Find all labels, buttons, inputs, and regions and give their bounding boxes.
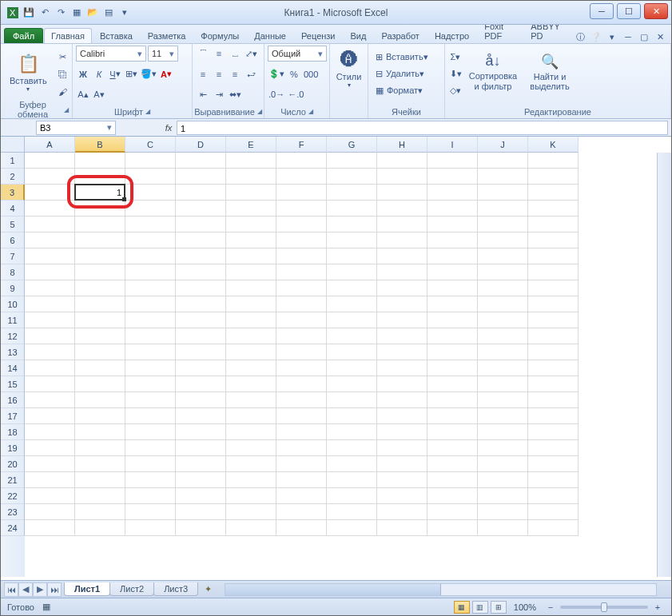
cell[interactable] xyxy=(25,520,75,536)
cell[interactable] xyxy=(176,408,226,424)
cell[interactable] xyxy=(528,520,579,536)
delete-cells-button[interactable]: ⊟ Удалить ▾ xyxy=(372,66,441,81)
cell[interactable] xyxy=(176,424,226,440)
decrease-indent-button[interactable]: ⇤ xyxy=(196,86,210,102)
cell[interactable] xyxy=(125,456,176,472)
cell[interactable] xyxy=(427,232,478,248)
options-icon[interactable]: ▾ xyxy=(606,30,618,43)
cell[interactable] xyxy=(427,185,478,201)
cell[interactable] xyxy=(176,201,226,217)
cell[interactable] xyxy=(478,440,528,456)
cell[interactable] xyxy=(25,296,75,312)
cell[interactable] xyxy=(176,169,226,185)
cell[interactable] xyxy=(226,488,276,504)
col-header-E[interactable]: E xyxy=(226,137,276,153)
maximize-button[interactable]: ☐ xyxy=(617,3,641,19)
clear-button[interactable]: ◇▾ xyxy=(448,82,463,98)
cell[interactable] xyxy=(528,424,579,440)
col-header-D[interactable]: D xyxy=(176,137,226,153)
cell[interactable] xyxy=(427,217,478,232)
cell[interactable] xyxy=(25,392,75,408)
cell[interactable] xyxy=(478,392,528,408)
window-restore-icon[interactable]: ▢ xyxy=(638,30,650,43)
cell[interactable] xyxy=(226,328,276,344)
cell[interactable] xyxy=(25,185,75,201)
cell[interactable] xyxy=(327,328,377,344)
cell[interactable] xyxy=(276,456,327,472)
cell[interactable] xyxy=(528,360,579,376)
cell[interactable] xyxy=(125,472,176,488)
close-button[interactable]: ✕ xyxy=(644,3,668,19)
cell[interactable] xyxy=(327,264,377,280)
cell[interactable] xyxy=(276,376,327,392)
window-minimize-icon[interactable]: ─ xyxy=(622,30,634,43)
cell[interactable] xyxy=(478,488,528,504)
cell[interactable] xyxy=(276,360,327,376)
cell[interactable] xyxy=(377,344,427,360)
cell[interactable] xyxy=(25,488,75,504)
row-header-18[interactable]: 18 xyxy=(1,424,25,440)
cell[interactable] xyxy=(226,264,276,280)
cell[interactable] xyxy=(478,248,528,264)
cell[interactable] xyxy=(478,185,528,201)
redo-icon[interactable]: ↷ xyxy=(54,6,68,20)
cell[interactable] xyxy=(478,472,528,488)
cell[interactable] xyxy=(327,360,377,376)
cell[interactable] xyxy=(528,392,579,408)
cell[interactable] xyxy=(25,344,75,360)
cell[interactable] xyxy=(125,344,176,360)
formula-input[interactable]: 1 xyxy=(177,121,668,135)
decrease-decimal-button[interactable]: ←.0 xyxy=(287,86,304,102)
fx-label[interactable]: fx xyxy=(161,121,177,135)
cell[interactable] xyxy=(377,424,427,440)
row-header-16[interactable]: 16 xyxy=(1,392,25,408)
cell[interactable] xyxy=(226,201,276,217)
cell[interactable] xyxy=(125,488,176,504)
cell[interactable] xyxy=(25,504,75,520)
cell[interactable] xyxy=(226,185,276,201)
row-header-17[interactable]: 17 xyxy=(1,408,25,424)
grow-font-button[interactable]: A▴ xyxy=(76,86,90,102)
row-header-3[interactable]: 3 xyxy=(1,185,25,201)
row-header-15[interactable]: 15 xyxy=(1,376,25,392)
cell[interactable] xyxy=(125,504,176,520)
cell[interactable] xyxy=(276,232,327,248)
cell[interactable] xyxy=(478,153,528,169)
cell[interactable] xyxy=(75,264,125,280)
cell[interactable] xyxy=(226,392,276,408)
paste-button[interactable]: 📋 Вставить ▾ xyxy=(4,46,53,100)
cell[interactable] xyxy=(327,456,377,472)
cell[interactable] xyxy=(176,185,226,201)
row-header-20[interactable]: 20 xyxy=(1,456,25,472)
cell[interactable] xyxy=(528,232,579,248)
cell[interactable] xyxy=(125,360,176,376)
row-header-7[interactable]: 7 xyxy=(1,248,25,264)
cell[interactable] xyxy=(75,217,125,232)
cell[interactable] xyxy=(327,201,377,217)
sort-filter-button[interactable]: å↓ Сортировка и фильтр xyxy=(464,46,522,98)
cell[interactable] xyxy=(75,328,125,344)
cell[interactable] xyxy=(125,440,176,456)
cell[interactable] xyxy=(125,408,176,424)
cell[interactable] xyxy=(125,201,176,217)
cell[interactable] xyxy=(377,440,427,456)
cell[interactable] xyxy=(75,472,125,488)
cell[interactable] xyxy=(75,201,125,217)
view-break-button[interactable]: ⊞ xyxy=(491,601,507,614)
row-header-19[interactable]: 19 xyxy=(1,440,25,456)
cell[interactable] xyxy=(327,504,377,520)
cell[interactable] xyxy=(528,217,579,232)
cell[interactable] xyxy=(478,344,528,360)
cell[interactable] xyxy=(377,232,427,248)
cell[interactable] xyxy=(125,424,176,440)
row-header-8[interactable]: 8 xyxy=(1,264,25,280)
tab-Разработ[interactable]: Разработ xyxy=(374,28,426,43)
cell[interactable] xyxy=(176,264,226,280)
align-top-button[interactable]: ⎴ xyxy=(196,46,210,62)
cell[interactable] xyxy=(125,312,176,328)
cell[interactable] xyxy=(75,376,125,392)
cell[interactable] xyxy=(327,232,377,248)
cell[interactable] xyxy=(478,232,528,248)
name-box[interactable]: B3▾ xyxy=(36,121,116,135)
vertical-scrollbar[interactable] xyxy=(657,153,671,577)
